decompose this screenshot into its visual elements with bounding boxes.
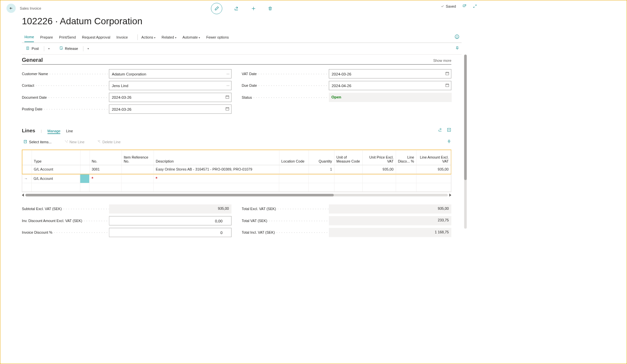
svg-rect-17 [446, 84, 449, 87]
total-excl-vat-value: 935,00 [329, 204, 451, 214]
lines-line-tab[interactable]: Line [66, 129, 73, 133]
col-lineamount[interactable]: Line Amount Excl. VAT [416, 150, 451, 165]
col-type[interactable]: Type [32, 150, 80, 165]
svg-point-2 [457, 38, 457, 38]
menu-divider [137, 34, 138, 40]
tab-prepare[interactable]: Prepare [40, 33, 53, 42]
due-date-field[interactable] [329, 81, 451, 90]
plus-icon[interactable] [251, 6, 256, 11]
help-icon[interactable] [454, 34, 459, 40]
svg-rect-9 [226, 108, 229, 110]
subtotal-value: 935,00 [109, 204, 231, 214]
menu-automate[interactable]: Automate▾ [182, 33, 200, 42]
inv-discount-field[interactable] [109, 216, 231, 225]
pin-icon[interactable] [447, 139, 451, 145]
required-asterisk-icon: * [156, 176, 157, 181]
total-incl-vat-label: Total Incl. VAT (SEK) [242, 230, 329, 234]
collapse-icon[interactable] [473, 4, 477, 8]
status-value: Open [329, 93, 451, 102]
contact-field[interactable] [109, 81, 231, 90]
calendar-icon[interactable] [225, 107, 229, 112]
svg-rect-5 [226, 96, 229, 98]
col-uom[interactable]: Unit of Measure Code [334, 150, 362, 165]
tab-printsend[interactable]: Print/Send [59, 33, 76, 42]
tab-home[interactable]: Home [24, 32, 34, 42]
delete-icon[interactable] [268, 6, 273, 11]
col-no[interactable]: No. [90, 150, 121, 165]
vat-date-field[interactable] [329, 69, 451, 78]
total-vat-label: Total VAT (SEK) [242, 219, 329, 223]
table-row[interactable]: → G/L Account * * [22, 174, 451, 183]
menu-actions[interactable]: Actions▾ [141, 33, 155, 42]
tab-request-approval[interactable]: Request Approval [82, 33, 110, 42]
contact-label: Contact [22, 83, 109, 87]
vat-date-label: VAT Date [242, 72, 329, 76]
total-incl-vat-value: 1 168,75 [329, 228, 451, 237]
status-label: Status [242, 95, 329, 99]
lines-section-title: Lines [22, 128, 35, 134]
svg-rect-13 [446, 72, 449, 75]
col-description[interactable]: Description [153, 150, 279, 165]
open-new-window-icon[interactable] [462, 4, 467, 9]
calendar-icon[interactable] [445, 71, 449, 76]
split-separator [83, 46, 84, 51]
current-row-arrow-icon: → [22, 174, 31, 183]
inv-discount-label: Inv. Discount Amount Excl. VAT (SEK) [22, 219, 109, 223]
col-location[interactable]: Location Code [279, 150, 309, 165]
vertical-scrollbar[interactable] [464, 55, 467, 229]
menu-fewer-options[interactable]: Fewer options [206, 33, 229, 42]
document-date-field[interactable] [109, 93, 231, 102]
ellipsis-icon[interactable]: ··· [226, 72, 229, 76]
grid-header-row: Type No. Item Reference No. Description … [22, 150, 451, 165]
lines-manage-tab[interactable]: Manage [48, 129, 61, 134]
new-line-button[interactable]: New Line [63, 139, 86, 145]
posting-date-label: Posting Date [22, 107, 109, 111]
document-date-label: Document Date [22, 95, 109, 99]
split-separator [44, 46, 44, 51]
select-items-button[interactable]: Select items... [22, 139, 53, 146]
col-unitprice[interactable]: Unit Price Excl. VAT [362, 150, 396, 165]
customer-name-field[interactable] [109, 69, 231, 78]
pin-icon[interactable] [455, 46, 460, 51]
tab-invoice[interactable]: Invoice [116, 33, 128, 42]
share-icon[interactable] [438, 128, 443, 133]
total-excl-vat-label: Total Excl. VAT (SEK) [242, 207, 329, 211]
lines-grid[interactable]: Type No. Item Reference No. Description … [22, 150, 452, 174]
calendar-icon[interactable] [225, 95, 229, 100]
edit-icon[interactable] [211, 3, 222, 14]
expand-icon[interactable] [447, 128, 451, 133]
saved-indicator: Saved [441, 4, 456, 8]
share-icon[interactable] [234, 6, 239, 11]
ellipsis-icon[interactable]: ··· [226, 83, 229, 87]
breadcrumb: Sales Invoice [20, 6, 41, 10]
total-vat-value: 233,75 [329, 216, 451, 225]
col-linedisc[interactable]: Line Disco... % [396, 150, 416, 165]
inv-discount-pct-label: Invoice Discount % [22, 230, 109, 234]
selection-indicator[interactable] [80, 174, 90, 183]
page-title: 102226 · Adatum Corporation [22, 16, 462, 26]
table-row[interactable]: G/L Account 3081 Easy Online Stores AB -… [22, 165, 451, 174]
subtotal-label: Subtotal Excl. VAT (SEK) [22, 207, 109, 211]
col-quantity[interactable]: Quantity [309, 150, 334, 165]
menu-related[interactable]: Related▾ [162, 33, 176, 42]
calendar-icon[interactable] [445, 83, 449, 88]
table-row[interactable] [22, 183, 451, 191]
horizontal-scrollbar[interactable] [22, 193, 452, 196]
inv-discount-pct-field[interactable] [109, 228, 231, 237]
customer-name-label: Customer Name [22, 72, 109, 76]
due-date-label: Due Date [242, 83, 329, 87]
post-button[interactable]: Post [24, 45, 40, 52]
release-button[interactable]: Release [58, 45, 80, 52]
release-split-chevron[interactable]: ▾ [85, 46, 90, 51]
required-asterisk-icon: * [92, 176, 93, 181]
show-more-link[interactable]: Show more [433, 59, 452, 62]
posting-date-field[interactable] [109, 104, 231, 114]
post-split-chevron[interactable]: ▾ [46, 46, 51, 51]
back-button[interactable] [6, 4, 16, 13]
general-section-title: General [22, 57, 43, 63]
delete-line-button[interactable]: Delete Line [96, 139, 122, 145]
col-itemref[interactable]: Item Reference No. [121, 150, 153, 165]
